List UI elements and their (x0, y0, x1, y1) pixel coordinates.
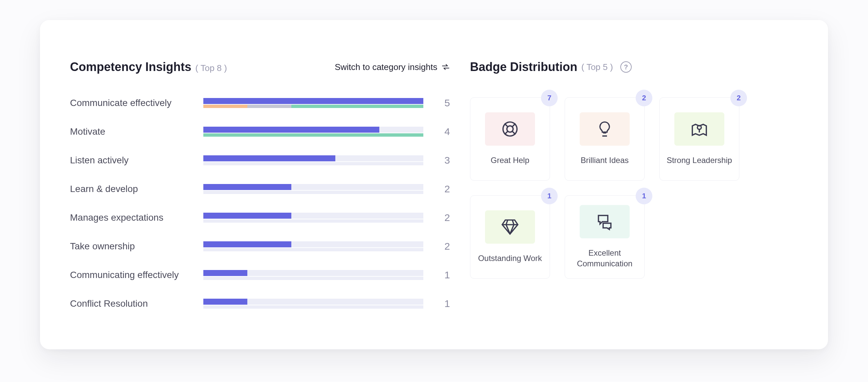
competency-bar-sub (203, 162, 423, 165)
badge-header: Badge Distribution ( Top 5 ) ? (470, 60, 788, 74)
map-pin-icon (690, 120, 709, 138)
competency-row: Learn & develop2 (70, 183, 450, 195)
competency-bar-fill (203, 241, 291, 247)
competency-row: Manages expectations2 (70, 212, 450, 223)
badge-label: Strong Leadership (666, 155, 732, 166)
competency-label: Conflict Resolution (70, 298, 190, 309)
competency-bars (203, 241, 423, 251)
badge-subtitle: ( Top 5 ) (581, 62, 613, 72)
competency-header: Competency Insights ( Top 8 ) Switch to … (70, 60, 450, 74)
competency-bar-sub (203, 219, 423, 223)
competency-bars (203, 270, 423, 280)
competency-row: Motivate4 (70, 126, 450, 137)
competency-bars (203, 98, 423, 108)
lifebuoy-icon (501, 120, 519, 138)
badge-grid: 7Great Help2Brilliant Ideas2Strong Leade… (470, 97, 788, 279)
badge-icon-wrap (485, 112, 535, 146)
competency-bar-fill (203, 299, 247, 305)
competency-count: 2 (437, 212, 450, 223)
switch-label: Switch to category insights (335, 62, 437, 72)
badge-count: 1 (541, 188, 558, 204)
competency-count: 1 (437, 269, 450, 281)
competency-bars (203, 127, 423, 137)
bulb-icon (595, 120, 614, 138)
badge-label: Excellent Communication (572, 248, 638, 269)
badge-icon-wrap (580, 112, 630, 146)
competency-bars (203, 184, 423, 194)
competency-sub-segment (203, 105, 247, 108)
badge-card[interactable]: 7Great Help (470, 97, 550, 181)
competency-bar-sub (203, 105, 423, 108)
badge-label: Great Help (491, 155, 529, 166)
competency-label: Motivate (70, 126, 190, 137)
badge-panel: Badge Distribution ( Top 5 ) ? 7Great He… (470, 60, 788, 309)
chat-icon (595, 212, 614, 231)
competency-count: 1 (437, 298, 450, 309)
competency-count: 2 (437, 241, 450, 252)
competency-list: Communicate effectively5Motivate4Listen … (70, 97, 450, 309)
competency-bar-main (203, 98, 423, 104)
badge-card[interactable]: 1Outstanding Work (470, 195, 550, 279)
switch-insights-button[interactable]: Switch to category insights (335, 62, 450, 72)
diamond-icon (501, 218, 519, 236)
competency-label: Take ownership (70, 241, 190, 252)
competency-bars (203, 299, 423, 309)
competency-bar-main (203, 127, 423, 133)
competency-bar-main (203, 241, 423, 247)
competency-count: 2 (437, 183, 450, 195)
competency-bar-sub (203, 277, 423, 280)
competency-bar-fill (203, 98, 423, 104)
badge-icon-wrap (580, 205, 630, 238)
badge-count: 2 (730, 90, 747, 106)
badge-card[interactable]: 2Brilliant Ideas (565, 97, 645, 181)
competency-panel: Competency Insights ( Top 8 ) Switch to … (70, 60, 450, 309)
competency-bar-main (203, 299, 423, 305)
competency-count: 4 (437, 126, 450, 137)
competency-label: Learn & develop (70, 184, 190, 194)
competency-bar-fill (203, 184, 291, 190)
competency-bar-main (203, 184, 423, 190)
competency-sub-segment (247, 105, 291, 108)
badge-label: Brilliant Ideas (581, 155, 629, 166)
competency-label: Listen actively (70, 155, 190, 166)
competency-label: Communicating effectively (70, 270, 190, 280)
competency-row: Conflict Resolution1 (70, 298, 450, 309)
badge-card[interactable]: 2Strong Leadership (659, 97, 739, 181)
competency-label: Communicate effectively (70, 98, 190, 108)
competency-bar-sub (203, 133, 423, 137)
help-icon[interactable]: ? (620, 61, 632, 73)
competency-bars (203, 155, 423, 165)
competency-bar-sub (203, 305, 423, 309)
competency-bar-main (203, 155, 423, 161)
swap-icon (441, 63, 450, 71)
competency-sub-segment (203, 133, 423, 137)
badge-count: 2 (636, 90, 652, 106)
competency-bar-sub (203, 191, 423, 194)
badge-title: Badge Distribution (470, 60, 577, 74)
competency-bar-fill (203, 270, 247, 276)
competency-bar-fill (203, 213, 291, 219)
badge-label: Outstanding Work (478, 253, 542, 264)
competency-title-group: Competency Insights ( Top 8 ) (70, 60, 227, 74)
competency-label: Manages expectations (70, 212, 190, 223)
badge-count: 1 (636, 188, 652, 204)
competency-subtitle: ( Top 8 ) (195, 63, 227, 73)
badge-icon-wrap (485, 210, 535, 244)
competency-count: 3 (437, 155, 450, 166)
competency-bar-main (203, 213, 423, 219)
competency-bar-fill (203, 155, 335, 161)
competency-bar-sub (203, 248, 423, 251)
competency-count: 5 (437, 97, 450, 109)
competency-row: Listen actively3 (70, 155, 450, 166)
competency-bars (203, 213, 423, 223)
badge-icon-wrap (674, 112, 724, 146)
insights-card: Competency Insights ( Top 8 ) Switch to … (40, 20, 828, 349)
competency-sub-segment (291, 105, 423, 108)
badge-count: 7 (541, 90, 558, 106)
competency-row: Take ownership2 (70, 241, 450, 252)
competency-title: Competency Insights (70, 60, 191, 74)
competency-bar-main (203, 270, 423, 276)
badge-card[interactable]: 1Excellent Communication (565, 195, 645, 279)
competency-bar-fill (203, 127, 379, 133)
competency-row: Communicating effectively1 (70, 269, 450, 281)
